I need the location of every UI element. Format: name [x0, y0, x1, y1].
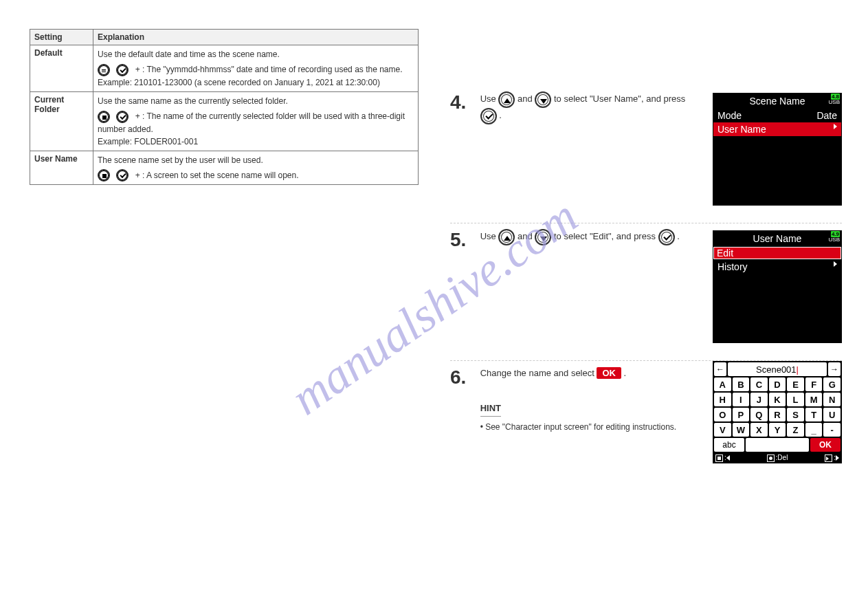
step-text: and — [518, 94, 533, 104]
row-line: Use the same name as the currently selec… — [98, 95, 414, 107]
device-screen-scene-name: Scene Name 4.8 USB Mode Date User Name — [713, 93, 842, 206]
mode-value: Date — [816, 110, 837, 121]
row-line: Example: FOLDER001-001 — [98, 135, 414, 148]
row-name: User Name — [30, 151, 93, 185]
keyboard-key[interactable]: R — [769, 408, 786, 421]
hint-label: HINT — [480, 402, 501, 417]
check-icon — [116, 111, 129, 123]
hint-play: : — [825, 454, 839, 462]
chevron-right-icon — [834, 124, 837, 129]
keyboard-key[interactable]: F — [805, 377, 823, 391]
mode-label: Mode — [717, 110, 742, 121]
hint-bullet: • See "Character input screen" for editi… — [480, 421, 693, 434]
keyboard-key[interactable]: Z — [787, 423, 804, 437]
th-setting: Setting — [30, 30, 93, 45]
keyboard-key[interactable]: O — [714, 408, 731, 421]
down-icon — [535, 229, 551, 245]
row-name: Default — [30, 45, 93, 92]
row-line: Example: 210101-123000 (a scene recorded… — [98, 76, 414, 89]
steps-column: 4. Use and to select "User Name", and pr… — [450, 86, 842, 498]
stop-icon — [98, 169, 110, 182]
space-button[interactable] — [746, 438, 809, 452]
step-text: to select "Edit", and press — [554, 231, 656, 241]
keyboard-key[interactable]: Y — [769, 423, 786, 437]
device-screen-user-name: User Name 4.9 USB Edit History — [713, 230, 842, 343]
row-hint: + : The "yymmdd-hhmmss" date and time of… — [135, 65, 403, 74]
usb-label: USB — [829, 99, 840, 105]
step-6: 6. Change the name and select OK . HINT … — [450, 361, 842, 498]
case-toggle-button[interactable]: abc — [714, 438, 744, 452]
hint-stop: : — [715, 454, 730, 462]
step-4: 4. Use and to select "User Name", and pr… — [450, 86, 842, 223]
keyboard-key[interactable]: A — [714, 377, 731, 391]
device-title: User Name — [753, 233, 802, 244]
keyboard-key[interactable]: G — [823, 377, 841, 391]
step-text: Use — [480, 231, 496, 241]
cursor-left-button[interactable]: ← — [714, 362, 726, 376]
device-title: Scene Name — [750, 96, 805, 107]
row-line: Use the default date and time as the sce… — [98, 48, 414, 61]
row-hint: + : A screen to set the scene name will … — [135, 171, 299, 180]
keyboard-key[interactable]: L — [787, 393, 804, 406]
name-input[interactable]: Scene001| — [728, 362, 827, 376]
keyboard-key[interactable]: - — [823, 423, 841, 437]
th-explanation: Explanation — [93, 30, 419, 45]
keyboard-key[interactable]: S — [787, 408, 804, 421]
keyboard-key[interactable]: C — [750, 377, 768, 391]
keyboard-key[interactable]: M — [805, 393, 823, 406]
step-text: . — [624, 368, 627, 378]
check-icon — [116, 64, 129, 76]
selected-item[interactable]: User Name — [717, 124, 766, 135]
settings-table: Setting Explanation Default Use the defa… — [30, 29, 419, 185]
keyboard-key[interactable]: J — [750, 393, 768, 406]
hint-rec: :Del — [767, 454, 788, 462]
step-text: Use — [480, 94, 496, 104]
keyboard-key[interactable]: Q — [750, 408, 768, 421]
keyboard-key[interactable]: T — [805, 408, 823, 421]
check-icon — [658, 229, 675, 245]
keyboard-key[interactable]: _ — [805, 423, 823, 437]
up-icon — [498, 91, 515, 108]
chevron-right-icon — [834, 261, 837, 267]
keyboard-key[interactable]: D — [769, 377, 786, 391]
step-text: and — [518, 231, 533, 241]
check-icon — [116, 169, 129, 182]
step-number: 6. — [450, 366, 478, 388]
step-text: to select "User Name", and press — [554, 94, 685, 104]
row-line: The scene name set by the user will be u… — [98, 154, 414, 166]
table-row: Current Folder Use the same name as the … — [30, 91, 419, 151]
keyboard-key[interactable]: E — [787, 377, 804, 391]
ok-button[interactable]: OK — [810, 438, 841, 452]
keyboard-key[interactable]: P — [733, 408, 750, 421]
step-5: 5. Use and to select "Edit", and press .… — [450, 223, 842, 361]
menu-item[interactable]: History — [717, 261, 748, 272]
keyboard-key[interactable]: B — [733, 377, 750, 391]
keyboard-key[interactable]: H — [714, 393, 731, 406]
down-icon — [535, 91, 551, 108]
step-text: . — [499, 110, 502, 120]
keyboard-key[interactable]: W — [733, 423, 750, 437]
step-number: 5. — [450, 229, 478, 251]
ok-inline-icon: OK — [597, 367, 621, 379]
step-text: . — [677, 231, 680, 241]
keyboard-key[interactable]: X — [750, 423, 768, 437]
menu-icon — [98, 64, 110, 76]
keyboard-key[interactable]: V — [714, 423, 731, 437]
keyboard-key[interactable]: U — [823, 408, 841, 421]
stop-icon — [98, 111, 110, 123]
usb-label: USB — [829, 237, 840, 243]
keyboard-key[interactable]: N — [823, 393, 841, 406]
cursor-right-button[interactable]: → — [828, 362, 841, 376]
up-icon — [498, 229, 515, 245]
step-text: Change the name and select — [480, 368, 594, 378]
step-number: 4. — [450, 91, 478, 113]
device-screen-keyboard: ← Scene001| → ABCDEFGHIJKLMNOPQRSTUVWXYZ… — [713, 361, 842, 463]
selected-item[interactable]: Edit — [717, 248, 733, 259]
check-icon — [480, 108, 497, 124]
keyboard-key[interactable]: I — [733, 393, 750, 406]
table-row: User Name The scene name set by the user… — [30, 151, 419, 185]
row-name: Current Folder — [30, 91, 93, 151]
table-row: Default Use the default date and time as… — [30, 45, 419, 92]
keyboard-key[interactable]: K — [769, 393, 786, 406]
row-hint: + : The name of the currently selected f… — [98, 111, 405, 134]
